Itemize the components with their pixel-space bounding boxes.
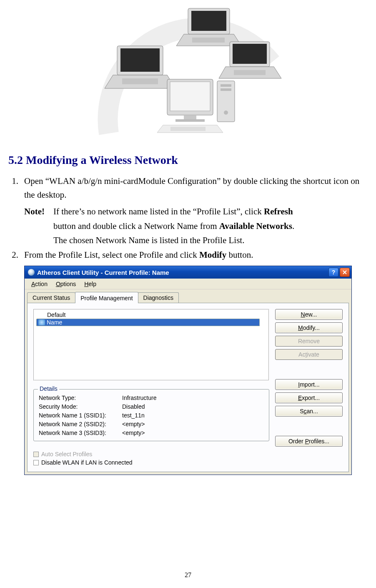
svg-rect-1 <box>191 11 226 31</box>
svg-rect-9 <box>233 44 267 64</box>
step-2: 2. From the Profile List, select one Pro… <box>8 248 368 262</box>
details-legend: Details <box>38 385 59 392</box>
svg-point-19 <box>224 111 228 115</box>
menu-label: ction <box>35 281 48 287</box>
note-text: If there’s no network name listed in the… <box>53 205 368 219</box>
checkbox-icon[interactable] <box>33 460 39 465</box>
profile-item-selected[interactable]: Name <box>36 319 260 326</box>
detail-label: Network Name 2 (SSID2): <box>39 420 122 429</box>
detail-value: <empty> <box>122 429 264 437</box>
note-post: . <box>292 221 294 231</box>
svg-rect-3 <box>192 38 225 43</box>
step-number: 1. <box>8 174 24 201</box>
note-line-2: button and double click a Network Name f… <box>53 219 368 233</box>
menu-label: ptions <box>60 281 76 287</box>
note-pre: If there’s no network name listed in the… <box>53 206 264 216</box>
step-number: 2. <box>8 248 24 262</box>
detail-value: Disabled <box>122 402 264 411</box>
profile-list[interactable]: Default Name <box>33 309 269 381</box>
svg-rect-13 <box>170 82 210 111</box>
close-button[interactable] <box>340 268 350 277</box>
detail-row: Network Type: Infrastructure <box>39 394 264 402</box>
app-icon <box>28 269 35 276</box>
computers-icon <box>92 4 284 138</box>
svg-rect-15 <box>175 119 205 122</box>
profile-item-default[interactable]: Default <box>35 311 267 319</box>
tab-panel: Default Name Details Network Type: Infra… <box>27 303 349 472</box>
network-diagram <box>8 0 368 142</box>
page-number: 27 <box>0 571 376 579</box>
close-icon <box>343 270 347 274</box>
note-bold-available: Available Networks <box>219 221 292 231</box>
tab-diagnostics[interactable]: Diagnostics <box>138 292 179 303</box>
step-pre: From the Profile List, select one Profil… <box>24 250 199 260</box>
step-1: 1. Open “WLAN a/b/g/n mini-cardModule Co… <box>8 174 368 201</box>
detail-value: <empty> <box>122 420 264 429</box>
app-window: Atheros Client Utility - Current Profile… <box>24 266 352 475</box>
scan-button[interactable]: Scan... <box>275 406 343 417</box>
check-label: Auto Select Profiles <box>41 451 92 457</box>
note-bold-refresh: Refresh <box>264 206 293 216</box>
note-label: Note! <box>24 205 53 219</box>
note-line-3: The chosen Network Name is listed in the… <box>53 234 368 247</box>
step-text: From the Profile List, select one Profil… <box>24 248 368 262</box>
menu-action[interactable]: Action <box>27 280 52 288</box>
check-label: Disable WLAN if LAN is Connected <box>41 459 133 466</box>
activate-button: Activate <box>275 349 343 360</box>
remove-button: Remove <box>275 336 343 347</box>
menu-help[interactable]: Help <box>80 280 100 288</box>
detail-label: Network Name 3 (SSID3): <box>39 429 122 437</box>
profile-icon <box>38 319 45 325</box>
help-button[interactable]: ? <box>328 268 338 277</box>
window-title: Atheros Client Utility - Current Profile… <box>37 269 327 276</box>
detail-row: Network Name 1 (SSID1): test_11n <box>39 411 264 420</box>
svg-rect-16 <box>217 81 235 122</box>
checkbox-icon <box>33 452 39 457</box>
menu-options[interactable]: Options <box>52 280 80 288</box>
new-button[interactable]: New... <box>275 309 343 320</box>
bottom-checks: Auto Select Profiles Disable WLAN if LAN… <box>33 451 343 466</box>
svg-rect-11 <box>234 70 266 75</box>
svg-rect-5 <box>120 48 160 72</box>
detail-row: Network Name 3 (SSID3): <empty> <box>39 429 264 437</box>
menubar: Action Options Help <box>25 279 351 289</box>
svg-rect-7 <box>122 78 158 84</box>
export-button[interactable]: Export... <box>275 392 343 403</box>
detail-label: Security Mode: <box>39 402 122 411</box>
svg-rect-18 <box>221 88 231 91</box>
modify-button[interactable]: Modify... <box>275 322 343 333</box>
detail-label: Network Type: <box>39 394 122 402</box>
tabs-row: Current Status Profile Management Diagno… <box>25 289 351 303</box>
note-pre: button and double click a Network Name f… <box>53 221 219 231</box>
note-line-1: Note! If there’s no network name listed … <box>24 205 368 219</box>
auto-select-check: Auto Select Profiles <box>33 451 343 457</box>
detail-label: Network Name 1 (SSID1): <box>39 411 122 420</box>
svg-rect-14 <box>184 115 196 119</box>
menu-label: elp <box>88 281 96 287</box>
detail-value: test_11n <box>122 411 264 420</box>
svg-rect-21 <box>170 127 206 131</box>
section-heading: 5.2 Modifying a Wireless Network <box>8 153 368 167</box>
tab-profile-management[interactable]: Profile Management <box>75 292 138 303</box>
step-post: button. <box>226 250 253 260</box>
details-group: Details Network Type: Infrastructure Sec… <box>33 389 269 441</box>
detail-value: Infrastructure <box>122 394 264 402</box>
svg-rect-17 <box>221 84 231 87</box>
step-bold-modify: Modify <box>199 250 226 260</box>
profile-label: Name <box>47 319 62 326</box>
step-text: Open “WLAN a/b/g/n mini-cardModule Confi… <box>24 174 368 201</box>
tab-current-status[interactable]: Current Status <box>27 292 75 303</box>
import-button[interactable]: Import... <box>275 379 343 390</box>
order-profiles-button[interactable]: Order Profiles... <box>275 436 343 447</box>
titlebar[interactable]: Atheros Client Utility - Current Profile… <box>25 266 351 279</box>
detail-row: Network Name 2 (SSID2): <empty> <box>39 420 264 429</box>
detail-row: Security Mode: Disabled <box>39 402 264 411</box>
disable-wlan-check[interactable]: Disable WLAN if LAN is Connected <box>33 459 343 466</box>
